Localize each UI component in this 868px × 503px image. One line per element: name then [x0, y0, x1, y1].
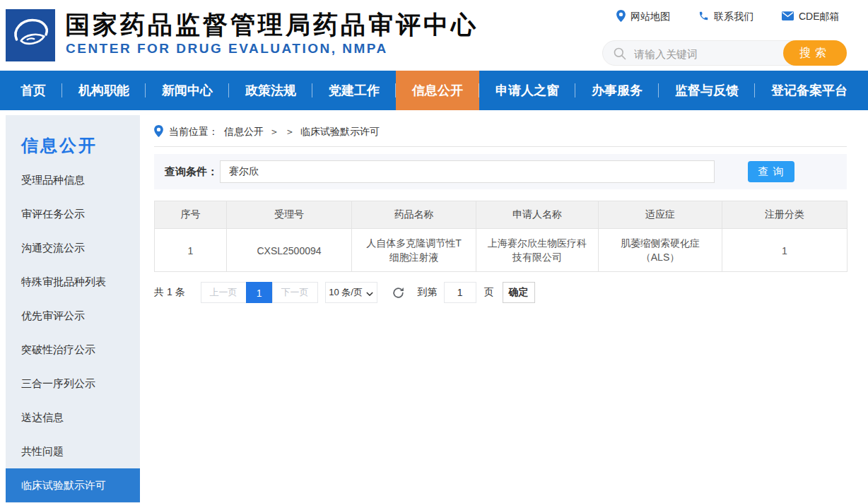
header-drug-name: 药品名称	[352, 201, 476, 229]
search-input[interactable]	[633, 42, 784, 66]
search-icon	[613, 47, 627, 64]
page-number-button[interactable]: 1	[246, 282, 273, 303]
header-applicant: 申请人名称	[476, 201, 599, 229]
cde-logo	[6, 9, 55, 61]
breadcrumb-section[interactable]: 信息公开	[224, 126, 264, 138]
pagination: 共 1 条 上一页 1 下一页 10 条/页 到第 页 确定	[154, 282, 535, 303]
nav-item-news[interactable]: 新闻中心	[146, 71, 229, 110]
cde-logo-bird-icon	[8, 12, 52, 59]
sidebar-list: 受理品种信息 审评任务公示 沟通交流公示 特殊审批品种列表 优先审评公示 突破性…	[6, 163, 140, 502]
nav-item-registration-platform[interactable]: 登记备案平台	[755, 71, 864, 110]
cell-drug-name: 人自体多克隆调节性T细胞注射液	[352, 229, 476, 272]
query-input[interactable]	[220, 160, 715, 183]
cell-acceptance-no: CXSL2500094	[227, 229, 352, 272]
nav-item-functions[interactable]: 机构职能	[62, 71, 146, 110]
cde-mail-link[interactable]: CDE邮箱	[782, 11, 840, 23]
query-button[interactable]: 查 询	[748, 161, 794, 182]
page-size-select[interactable]: 10 条/页	[325, 282, 377, 303]
nav-item-supervision[interactable]: 监督与反馈	[659, 71, 755, 110]
phone-icon	[698, 11, 709, 23]
next-page-button[interactable]: 下一页	[272, 282, 318, 303]
sidebar-item-communication[interactable]: 沟通交流公示	[6, 231, 140, 265]
confirm-button[interactable]: 确定	[503, 282, 535, 303]
cell-indication: 肌萎缩侧索硬化症（ALS）	[599, 229, 722, 272]
goto-page-input[interactable]	[444, 282, 476, 303]
sidebar-item-three-in-one[interactable]: 三合一序列公示	[6, 367, 140, 401]
nav-item-party[interactable]: 党建工作	[312, 71, 396, 110]
cell-applicant: 上海赛尔欣生物医疗科技有限公司	[476, 229, 599, 272]
nav-item-applicant-window[interactable]: 申请人之窗	[479, 71, 575, 110]
breadcrumb: 当前位置： 信息公开 ＞ ＞ 临床试验默示许可	[154, 124, 380, 140]
refresh-icon[interactable]	[392, 286, 405, 300]
sidebar-item-breakthrough-therapy[interactable]: 突破性治疗公示	[6, 333, 140, 367]
sitemap-link-label: 网站地图	[631, 11, 670, 23]
nav-item-policies[interactable]: 政策法规	[229, 71, 312, 110]
header-acceptance-no: 受理号	[227, 201, 352, 229]
site-header: 国家药品监督管理局药品审评中心 CENTER FOR DRUG EVALUATI…	[0, 0, 868, 71]
breadcrumb-separator: ＞	[269, 126, 279, 138]
header-indication: 适应症	[599, 201, 722, 229]
breadcrumb-separator: ＞	[285, 126, 295, 138]
breadcrumb-current: 临床试验默示许可	[300, 126, 380, 138]
query-bar: 查询条件： 查 询	[154, 154, 847, 189]
page-title: 国家药品监督管理局药品审评中心	[65, 8, 479, 42]
results-table: 序号 受理号 药品名称 申请人名称 适应症 注册分类 1 CXSL2500094…	[154, 201, 848, 272]
chevron-down-icon	[366, 288, 373, 298]
sidebar-item-special-approval[interactable]: 特殊审批品种列表	[6, 265, 140, 299]
sidebar-item-clinical-trial-implied-license[interactable]: 临床试验默示许可	[6, 468, 140, 502]
table-row: 1 CXSL2500094 人自体多克隆调节性T细胞注射液 上海赛尔欣生物医疗科…	[155, 229, 848, 272]
pagination-total: 共 1 条	[154, 286, 185, 299]
nav-item-home[interactable]: 首页	[4, 71, 62, 110]
query-label: 查询条件：	[165, 165, 218, 179]
mail-icon	[782, 11, 794, 23]
contact-link-label: 联系我们	[714, 11, 753, 23]
sidebar-item-delivery-info[interactable]: 送达信息	[6, 401, 140, 434]
breadcrumb-divider	[154, 146, 847, 147]
sidebar-item-common-issues[interactable]: 共性问题	[6, 434, 140, 468]
goto-page-prefix: 到第	[418, 286, 438, 299]
map-pin-icon	[616, 10, 626, 24]
main-nav: 首页 机构职能 新闻中心 政策法规 党建工作 信息公开 申请人之窗 办事服务 监…	[0, 71, 868, 110]
sitemap-link[interactable]: 网站地图	[616, 10, 670, 24]
page-size-value: 10 条/页	[329, 286, 363, 299]
site-search-bar: 搜索	[602, 40, 847, 66]
sidebar: 信息公开 受理品种信息 审评任务公示 沟通交流公示 特殊审批品种列表 优先审评公…	[6, 115, 140, 503]
goto-page-suffix: 页	[484, 286, 494, 299]
header-seq: 序号	[155, 201, 227, 229]
breadcrumb-pin-icon	[154, 125, 163, 139]
header-registration-class: 注册分类	[722, 201, 848, 229]
cell-seq: 1	[155, 229, 227, 272]
search-button[interactable]: 搜索	[783, 40, 847, 66]
sidebar-item-accepted-varieties[interactable]: 受理品种信息	[6, 163, 140, 197]
prev-page-button[interactable]: 上一页	[201, 282, 247, 303]
sidebar-title: 信息公开	[6, 115, 140, 156]
table-header-row: 序号 受理号 药品名称 申请人名称 适应症 注册分类	[155, 201, 848, 229]
sidebar-item-review-tasks[interactable]: 审评任务公示	[6, 197, 140, 231]
nav-item-info-disclosure[interactable]: 信息公开	[396, 71, 479, 110]
contact-link[interactable]: 联系我们	[698, 11, 753, 23]
header-quick-links: 网站地图 联系我们 CDE邮箱	[616, 10, 840, 24]
page-subtitle: CENTER FOR DRUG EVALUATION, NMPA	[66, 41, 388, 57]
pagination-group: 上一页 1 下一页	[201, 282, 318, 303]
sidebar-item-priority-review[interactable]: 优先审评公示	[6, 299, 140, 333]
breadcrumb-prefix: 当前位置：	[169, 126, 218, 138]
nav-item-services[interactable]: 办事服务	[575, 71, 659, 110]
cell-registration-class: 1	[722, 229, 848, 272]
cde-mail-link-label: CDE邮箱	[799, 11, 840, 23]
